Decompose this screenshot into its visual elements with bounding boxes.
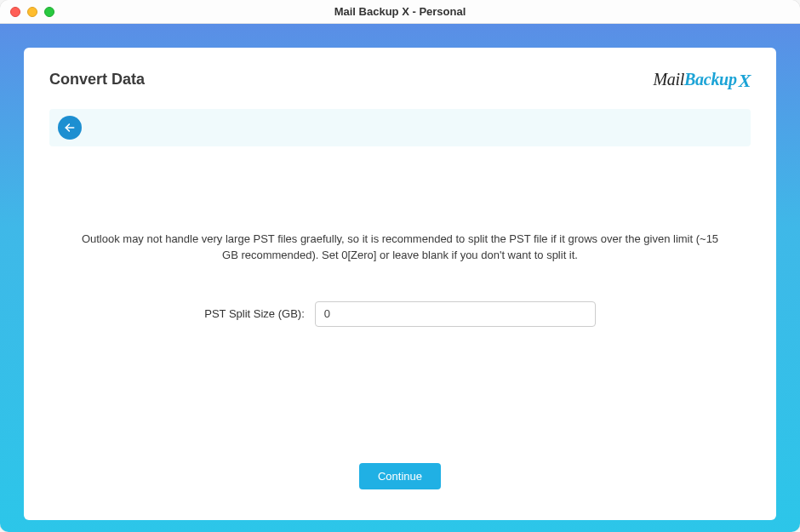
page-title: Convert Data <box>49 71 145 89</box>
split-size-input[interactable] <box>315 301 596 327</box>
maximize-window-button[interactable] <box>44 7 54 17</box>
info-text: Outlook may not handle very large PST fi… <box>77 232 723 264</box>
minimize-window-button[interactable] <box>27 7 37 17</box>
split-size-row: PST Split Size (GB): <box>204 301 596 327</box>
logo-text-backup: Backup <box>684 70 737 89</box>
app-logo: MailBackup X <box>654 68 751 90</box>
close-window-button[interactable] <box>10 7 20 17</box>
logo-text-mail: Mail <box>654 70 685 89</box>
body-area: Outlook may not handle very large PST fi… <box>49 180 751 463</box>
traffic-lights <box>10 7 54 17</box>
continue-button[interactable]: Continue <box>359 463 441 489</box>
app-window: Mail Backup X - Personal Convert Data Ma… <box>0 0 800 532</box>
footer: Continue <box>49 463 751 489</box>
logo-text-x: X <box>739 70 751 92</box>
content-card: Convert Data MailBackup X Outlook may no… <box>24 48 776 520</box>
titlebar: Mail Backup X - Personal <box>0 0 800 24</box>
back-button[interactable] <box>58 116 82 140</box>
split-size-label: PST Split Size (GB): <box>204 307 305 320</box>
app-background: Convert Data MailBackup X Outlook may no… <box>0 24 800 532</box>
arrow-left-icon <box>63 121 77 134</box>
card-header: Convert Data MailBackup X <box>49 68 751 90</box>
window-title: Mail Backup X - Personal <box>0 5 800 18</box>
toolbar-strip <box>49 109 751 146</box>
